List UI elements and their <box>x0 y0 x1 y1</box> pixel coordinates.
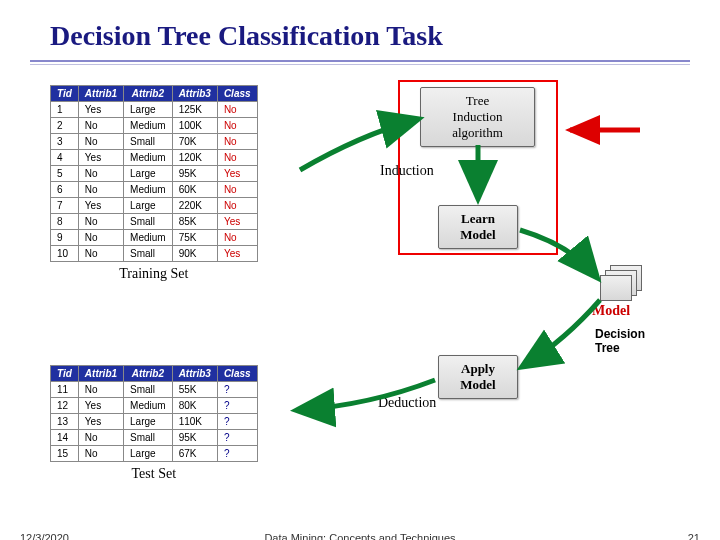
cell: 55K <box>172 382 217 398</box>
divider-2 <box>30 64 690 65</box>
cell: Medium <box>124 230 173 246</box>
col-class: Class <box>217 86 257 102</box>
test-table: Tid Attrib1 Attrib2 Attrib3 Class 11NoSm… <box>50 365 258 462</box>
table-row: 12YesMedium80K? <box>51 398 258 414</box>
tree-induction-box: Tree Induction algorithm <box>420 87 535 147</box>
cell: 67K <box>172 446 217 462</box>
col-attrib3: Attrib3 <box>172 86 217 102</box>
cell: No <box>78 118 123 134</box>
table-row: 1YesLarge125KNo <box>51 102 258 118</box>
cell: 85K <box>172 214 217 230</box>
table-row: 4YesMedium120KNo <box>51 150 258 166</box>
apply-model-box: Apply Model <box>438 355 518 399</box>
footer-page-number: 21 <box>688 532 700 540</box>
cell: Medium <box>124 150 173 166</box>
table-row: 9NoMedium75KNo <box>51 230 258 246</box>
table-row: 8NoSmall85KYes <box>51 214 258 230</box>
cell: Yes <box>78 150 123 166</box>
cell: 12 <box>51 398 79 414</box>
training-set-label: Training Set <box>50 266 258 282</box>
arrow-model-to-apply-icon <box>525 300 600 365</box>
slide-title: Decision Tree Classification Task <box>0 0 720 60</box>
cell: Yes <box>217 246 257 262</box>
cell: No <box>78 430 123 446</box>
cell: Small <box>124 134 173 150</box>
test-set-block: Tid Attrib1 Attrib2 Attrib3 Class 11NoSm… <box>50 365 258 482</box>
table-row: 10NoSmall90KYes <box>51 246 258 262</box>
col-tid: Tid <box>51 86 79 102</box>
cell: ? <box>217 430 257 446</box>
cell: 6 <box>51 182 79 198</box>
cell: 1 <box>51 102 79 118</box>
cell: 8 <box>51 214 79 230</box>
cell: No <box>78 246 123 262</box>
cell: 15 <box>51 446 79 462</box>
cell: 120K <box>172 150 217 166</box>
cell: 100K <box>172 118 217 134</box>
cell: Medium <box>124 118 173 134</box>
cell: Small <box>124 382 173 398</box>
cell: No <box>78 166 123 182</box>
table-row: 11NoSmall55K? <box>51 382 258 398</box>
cell: ? <box>217 398 257 414</box>
cell: 7 <box>51 198 79 214</box>
cell: Small <box>124 430 173 446</box>
table-row: 3NoSmall70KNo <box>51 134 258 150</box>
cell: ? <box>217 382 257 398</box>
cell: No <box>78 182 123 198</box>
col-attrib2: Attrib2 <box>124 86 173 102</box>
cell: 5 <box>51 166 79 182</box>
cell: Small <box>124 214 173 230</box>
footer-date: 12/3/2020 <box>20 532 69 540</box>
cell: Yes <box>78 102 123 118</box>
diagram-content: Tid Attrib1 Attrib2 Attrib3 Class 1YesLa… <box>0 75 720 495</box>
deduction-label: Deduction <box>378 395 436 411</box>
cell: No <box>217 102 257 118</box>
cell: Large <box>124 414 173 430</box>
divider-1 <box>30 60 690 62</box>
col-attrib3: Attrib3 <box>172 366 217 382</box>
cell: No <box>217 230 257 246</box>
cell: 4 <box>51 150 79 166</box>
cell: Yes <box>78 414 123 430</box>
cell: No <box>78 134 123 150</box>
cell: No <box>217 150 257 166</box>
test-set-label: Test Set <box>50 466 258 482</box>
cell: 60K <box>172 182 217 198</box>
cell: 3 <box>51 134 79 150</box>
cell: No <box>78 214 123 230</box>
cell: 90K <box>172 246 217 262</box>
cell: 14 <box>51 430 79 446</box>
cell: Large <box>124 446 173 462</box>
cell: 110K <box>172 414 217 430</box>
cell: No <box>217 198 257 214</box>
table-row: 13YesLarge110K? <box>51 414 258 430</box>
decision-tree-label: Decision Tree <box>595 327 645 355</box>
cell: Medium <box>124 398 173 414</box>
cell: 9 <box>51 230 79 246</box>
table-header-row: Tid Attrib1 Attrib2 Attrib3 Class <box>51 366 258 382</box>
cell: No <box>217 118 257 134</box>
cell: 95K <box>172 166 217 182</box>
cell: No <box>217 182 257 198</box>
model-label: Model <box>592 303 630 319</box>
col-attrib1: Attrib1 <box>78 86 123 102</box>
cell: No <box>78 230 123 246</box>
col-attrib1: Attrib1 <box>78 366 123 382</box>
footer-title: Data Mining: Concepts and Techniques <box>264 532 455 540</box>
cell: Yes <box>78 398 123 414</box>
cell: Small <box>124 246 173 262</box>
col-attrib2: Attrib2 <box>124 366 173 382</box>
cell: No <box>78 382 123 398</box>
cell: 125K <box>172 102 217 118</box>
cell: 11 <box>51 382 79 398</box>
col-tid: Tid <box>51 366 79 382</box>
cell: 220K <box>172 198 217 214</box>
cell: Medium <box>124 182 173 198</box>
training-set-block: Tid Attrib1 Attrib2 Attrib3 Class 1YesLa… <box>50 85 258 282</box>
cell: Large <box>124 166 173 182</box>
cell: 2 <box>51 118 79 134</box>
table-row: 14NoSmall95K? <box>51 430 258 446</box>
table-row: 15NoLarge67K? <box>51 446 258 462</box>
table-row: 2NoMedium100KNo <box>51 118 258 134</box>
